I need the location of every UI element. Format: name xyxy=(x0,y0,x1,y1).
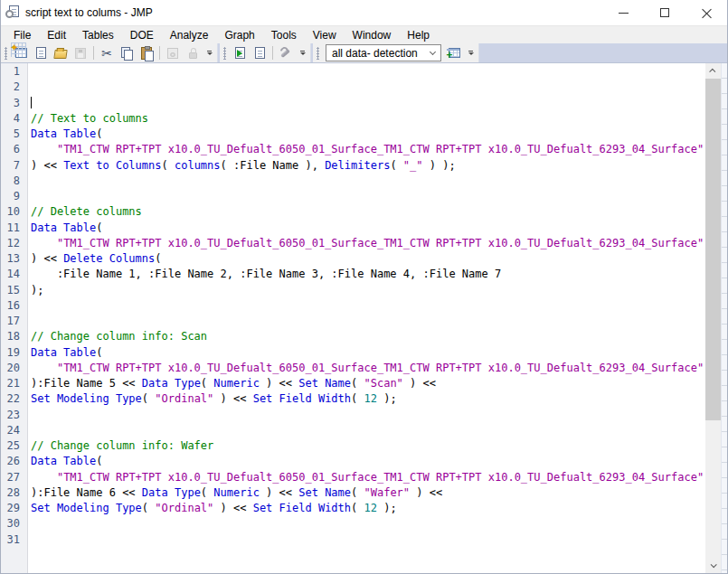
code-line[interactable]: Data Table( xyxy=(31,221,705,236)
minimize-button[interactable] xyxy=(602,0,644,25)
script-window-button[interactable] xyxy=(250,44,269,62)
menu-tables[interactable]: Tables xyxy=(74,27,122,43)
code-line[interactable]: Data Table( xyxy=(31,454,705,469)
scroll-down-button[interactable] xyxy=(705,558,721,573)
menu-doe[interactable]: DOE xyxy=(122,27,162,43)
code-line[interactable] xyxy=(31,64,705,80)
line-number: 7 xyxy=(1,158,27,174)
toolbar-separator xyxy=(93,46,94,60)
menu-help[interactable]: Help xyxy=(399,27,438,43)
line-number: 2 xyxy=(1,80,27,95)
toolbar-separator xyxy=(159,46,160,60)
code-line[interactable] xyxy=(31,80,705,95)
menu-edit[interactable]: Edit xyxy=(39,27,74,43)
toolbar-grip-handle[interactable] xyxy=(5,47,7,60)
toolbar-overflow-button[interactable] xyxy=(204,45,214,61)
line-number: 9 xyxy=(1,189,27,204)
run-tools-button[interactable] xyxy=(276,44,296,62)
code-line[interactable]: "TM1_CTW RPT+TPT x10.0_TU_Defualt_6050_0… xyxy=(31,361,705,376)
new-script-button[interactable] xyxy=(31,44,51,62)
line-number: 3 xyxy=(1,96,27,111)
maximize-button[interactable] xyxy=(644,0,685,25)
chevron-down-icon xyxy=(711,561,717,568)
close-icon xyxy=(702,8,712,18)
code-line[interactable] xyxy=(31,96,705,111)
line-number: 1 xyxy=(1,64,27,80)
code-line[interactable]: "TM1_CTW RPT+TPT x10.0_TU_Defualt_6050_0… xyxy=(31,142,705,157)
code-line[interactable] xyxy=(31,314,705,329)
menu-bar: FileEditTablesDOEAnalyzeGraphToolsViewWi… xyxy=(1,25,727,43)
properties-button xyxy=(163,44,183,62)
code-line[interactable]: "TM1_CTW RPT+TPT x10.0_TU_Defualt_6050_0… xyxy=(31,236,705,251)
code-line[interactable]: Set Modeling Type( "Ordinal" ) << Set Fi… xyxy=(31,501,705,516)
code-line[interactable]: :File Name 1, :File Name 2, :File Name 3… xyxy=(31,267,705,282)
code-line[interactable]: ) << Delete Columns( xyxy=(31,251,705,267)
scrollbar-thumb[interactable] xyxy=(705,79,721,420)
menu-view[interactable]: View xyxy=(305,27,345,43)
close-button[interactable] xyxy=(685,0,727,25)
line-number: 27 xyxy=(1,470,27,485)
run-script-button[interactable] xyxy=(230,44,250,62)
paste-button[interactable] xyxy=(137,44,156,62)
scroll-up-button[interactable] xyxy=(705,63,721,79)
code-line[interactable]: ); xyxy=(31,283,705,298)
code-line[interactable]: "TM1_CTW RPT+TPT x10.0_TU_Defualt_6050_0… xyxy=(31,470,705,485)
code-line[interactable]: Set Modeling Type( "Ordinal" ) << Set Fi… xyxy=(31,391,705,407)
save-button xyxy=(71,44,90,62)
code-line[interactable]: Data Table( xyxy=(31,127,705,142)
code-line[interactable] xyxy=(31,532,705,548)
code-line[interactable] xyxy=(31,298,705,314)
toolbar-overflow-button[interactable] xyxy=(466,45,476,61)
save-icon xyxy=(75,48,86,59)
add-to-data-table-button[interactable] xyxy=(444,44,464,62)
new-data-table-button[interactable] xyxy=(11,44,31,62)
code-line[interactable] xyxy=(31,423,705,438)
menu-graph[interactable]: Graph xyxy=(216,27,262,43)
jmp-script-window: script text to colums - JMP FileEditTabl… xyxy=(0,0,728,574)
chevron-down-icon xyxy=(430,49,436,55)
code-line[interactable]: ):File Name 6 << Data Type( Numeric ) <<… xyxy=(31,485,705,501)
line-number: 12 xyxy=(1,236,27,251)
script-window-icon xyxy=(255,47,265,59)
menu-analyze[interactable]: Analyze xyxy=(162,27,217,43)
toolbar-grip-handle[interactable] xyxy=(223,47,226,60)
toolbar: ✂all data- detection xyxy=(1,43,727,63)
code-area[interactable]: // Text to columnsData Table( "TM1_CTW R… xyxy=(28,63,705,573)
toolbar-group-1: ✂ xyxy=(1,43,217,62)
copy-button[interactable] xyxy=(117,44,137,62)
open-folder-icon xyxy=(53,50,67,59)
code-line[interactable] xyxy=(31,189,705,204)
menu-tools[interactable]: Tools xyxy=(263,27,305,43)
wrench-icon xyxy=(279,47,292,60)
toolbar-grip-handle[interactable] xyxy=(317,47,319,60)
code-line[interactable]: // Delete columns xyxy=(31,204,705,220)
chevron-down-icon xyxy=(468,52,474,55)
line-number-gutter: 1234567891011121314151617181920212223242… xyxy=(1,63,28,573)
minimize-icon xyxy=(619,13,629,14)
code-line[interactable]: ) << Text to Columns( columns( :File Nam… xyxy=(31,158,705,174)
maximize-icon xyxy=(660,8,669,17)
code-line[interactable] xyxy=(31,408,705,423)
combo-selected-value: all data- detection xyxy=(332,47,425,60)
code-line[interactable]: // Change column info: Scan xyxy=(31,329,705,344)
menu-file[interactable]: File xyxy=(5,27,39,43)
cut-button[interactable]: ✂ xyxy=(97,44,117,62)
vertical-scrollbar[interactable] xyxy=(705,63,721,573)
menu-window[interactable]: Window xyxy=(345,27,400,43)
code-line[interactable]: Data Table( xyxy=(31,345,705,361)
open-folder-button[interactable] xyxy=(51,44,71,62)
line-number: 25 xyxy=(1,438,27,454)
line-number: 21 xyxy=(1,376,27,391)
code-line[interactable]: // Text to columns xyxy=(31,111,705,127)
line-number: 24 xyxy=(1,423,27,438)
code-line[interactable] xyxy=(31,174,705,189)
toolbar-overflow-button[interactable] xyxy=(298,45,307,61)
script-editor[interactable]: 1234567891011121314151617181920212223242… xyxy=(1,63,727,573)
data-filter-combo[interactable]: all data- detection xyxy=(326,44,441,61)
line-number: 20 xyxy=(1,361,27,376)
code-line[interactable]: // Change column info: Wafer xyxy=(31,438,705,454)
code-line[interactable]: ):File Name 5 << Data Type( Numeric ) <<… xyxy=(31,376,705,391)
code-line[interactable] xyxy=(31,516,705,532)
line-number: 10 xyxy=(1,204,27,220)
line-number: 15 xyxy=(1,283,27,298)
